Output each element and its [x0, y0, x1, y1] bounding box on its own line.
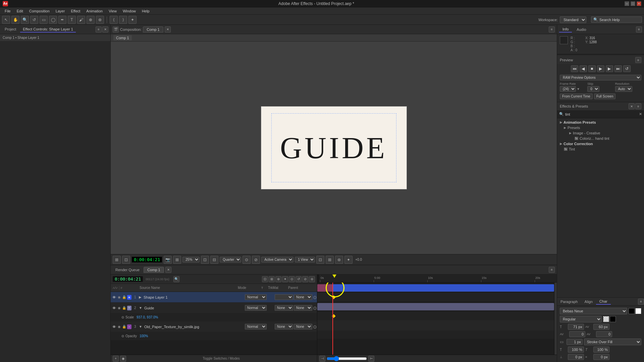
right-panel-menu[interactable]: ≡	[636, 26, 642, 33]
menu-animation[interactable]: Animation	[84, 8, 105, 14]
tl-search-btn[interactable]: 🔍	[173, 276, 179, 282]
color-box-white[interactable]	[635, 308, 641, 314]
tl-tool4[interactable]: ✦	[282, 276, 288, 282]
tool-zoom[interactable]: 🔍	[21, 16, 29, 24]
preview-prev-frame[interactable]: ◀	[580, 65, 587, 72]
tool-rotate[interactable]: ↺	[30, 16, 38, 24]
tool-extra3[interactable]: ✦	[128, 16, 137, 24]
tool-extra2[interactable]: ⟩	[119, 16, 127, 24]
color-box-stroke[interactable]	[610, 316, 616, 322]
tree-animation-presets[interactable]: ▶ Animation Presets	[557, 120, 644, 125]
preview-stop[interactable]: ■	[588, 65, 596, 72]
tree-tint[interactable]: fx Tint	[557, 146, 644, 152]
layer1-expand[interactable]: ▶	[139, 295, 142, 299]
layer2-parent[interactable]: None	[294, 305, 312, 311]
menu-composition[interactable]: Composition	[26, 8, 52, 14]
line-height-input[interactable]	[593, 324, 609, 330]
effects-close[interactable]: ✕	[629, 103, 635, 109]
tl-tool2[interactable]: ⊞	[269, 276, 275, 282]
tool-puppet[interactable]: ⊛	[96, 16, 104, 24]
layer2-parent-pick[interactable]: ⊙	[313, 305, 317, 311]
tool-rect[interactable]: ▭	[40, 16, 48, 24]
preview-next-frame[interactable]: ▶	[606, 65, 613, 72]
panel-close-btn[interactable]: ✕	[102, 26, 108, 33]
maximize-button[interactable]: □	[631, 1, 635, 6]
menu-layer[interactable]: Layer	[53, 8, 68, 14]
tool-brush[interactable]: 🖌	[77, 16, 85, 24]
align-tab[interactable]: Align	[581, 299, 596, 304]
comp-panel-menu[interactable]: ≡	[549, 26, 555, 33]
char-tab[interactable]: Char	[596, 299, 611, 305]
char-menu[interactable]: ≡	[638, 299, 644, 305]
comp-extra2[interactable]: ⊞	[326, 256, 334, 264]
menu-help[interactable]: Help	[139, 8, 152, 14]
comp-fit-btn[interactable]: ⊡	[201, 256, 209, 264]
layer1-lock[interactable]: 🔒	[122, 295, 126, 300]
frame-rate-select[interactable]: (24)	[560, 86, 576, 92]
baseline2-input[interactable]	[593, 354, 609, 360]
color-box-trans[interactable]	[603, 316, 609, 322]
comp-extra1[interactable]: ⊡	[316, 256, 324, 264]
layer2-mode[interactable]: Normal	[245, 305, 267, 311]
camera-select[interactable]: Active Camera	[261, 257, 293, 262]
tracking-input[interactable]	[569, 331, 585, 337]
layer3-solo[interactable]: ◉	[117, 324, 121, 329]
preview-last-frame[interactable]: ⏭	[614, 65, 622, 72]
menu-effect[interactable]: Effect	[68, 8, 83, 14]
comp-trans-btn[interactable]: ⊘	[252, 256, 260, 264]
comp-grid-btn[interactable]: ⊞	[173, 256, 181, 264]
zoom-select[interactable]: 25%	[182, 257, 200, 262]
tree-color-correction[interactable]: ▶ Color Correction	[557, 141, 644, 146]
font-size-input[interactable]	[568, 324, 584, 330]
comp-timeline-tab[interactable]: Comp 1	[144, 267, 164, 273]
tl-nav-start[interactable]: ⊣	[319, 356, 325, 362]
layer-row-3[interactable]: 👁 ◉ 🔒 ▪ 3 ▼ Old_Paper_Texture_by_simlik.…	[111, 321, 317, 332]
toggle-switches-label[interactable]: Toggle Switches / Modes	[127, 357, 315, 360]
font-family-select[interactable]: Bebas Neue	[560, 308, 627, 314]
menu-view[interactable]: View	[106, 8, 119, 14]
vert-scale-input[interactable]	[568, 347, 584, 353]
tl-zoom-slider[interactable]	[327, 356, 367, 361]
skip-select[interactable]: 0	[587, 86, 599, 92]
comp-extra4[interactable]: ✦	[344, 256, 353, 264]
tl-time-display[interactable]: 0:00:04:21	[113, 276, 143, 282]
tree-coloriz-hand-tint[interactable]: fx Coloriz... hand tint	[557, 136, 644, 141]
comp-region-btn[interactable]: ⊡	[122, 256, 130, 264]
layer1-eye[interactable]: 👁	[112, 295, 116, 300]
view-select[interactable]: 1 View	[295, 257, 315, 262]
tab-project[interactable]: Project	[2, 26, 19, 33]
preview-menu[interactable]: ≡	[635, 57, 641, 63]
comp-tab-close[interactable]: ✕	[165, 26, 171, 33]
resolution-select2[interactable]: Auto	[615, 86, 632, 92]
from-current-btn[interactable]: From Current Time	[560, 94, 593, 99]
effects-menu[interactable]: ≡	[635, 103, 641, 109]
layer3-eye[interactable]: 👁	[112, 324, 116, 329]
frame-rate-dropdown[interactable]: ▼	[577, 87, 580, 91]
tl-tool1[interactable]: ⊡	[262, 276, 268, 282]
layer-row-1[interactable]: 👁 ◉ 🔒 ■ 1 ▶ Shape Layer 1	[111, 292, 317, 303]
tl-panel-menu[interactable]: ≡	[549, 267, 555, 273]
tool-hand[interactable]: ✋	[11, 16, 19, 24]
tl-tool5[interactable]: ⊙	[289, 276, 295, 282]
tree-presets[interactable]: ▶ Presets	[557, 125, 644, 130]
render-queue-tab[interactable]: Render Queue	[113, 267, 142, 273]
layer2-solo[interactable]: ◉	[117, 306, 121, 310]
layer2-expand[interactable]: ▼	[139, 306, 142, 310]
layer-row-2[interactable]: 👁 ◉ 🔒 T 2 ▼ Guide Normal	[111, 303, 317, 313]
tool-stamp[interactable]: ⊕	[87, 16, 95, 24]
effects-clear-icon[interactable]: ✕	[639, 112, 642, 116]
workspace-dropdown[interactable]: Standard	[560, 16, 586, 23]
preview-first-frame[interactable]: ⏮	[571, 65, 578, 72]
resolution-select[interactable]: Quarter	[220, 257, 241, 262]
tool-select[interactable]: ↖	[2, 16, 10, 24]
comp-display-btn[interactable]: ⊟	[210, 256, 218, 264]
layer1-parent-pick[interactable]: ⊙	[313, 295, 317, 300]
stroke-type-select[interactable]: Stroke Over Fill	[584, 339, 641, 345]
comp-time-display[interactable]: 0:00:04:21	[131, 256, 162, 263]
layer1-mode[interactable]: Normal	[245, 294, 267, 300]
tool-text[interactable]: T	[68, 16, 76, 24]
layer2-trkmat[interactable]: None	[275, 305, 293, 311]
panel-menu-btn[interactable]: ≡	[96, 26, 102, 33]
comp-camera-btn[interactable]: 📷	[164, 256, 172, 264]
full-screen-btn[interactable]: Full Screen	[594, 94, 616, 99]
